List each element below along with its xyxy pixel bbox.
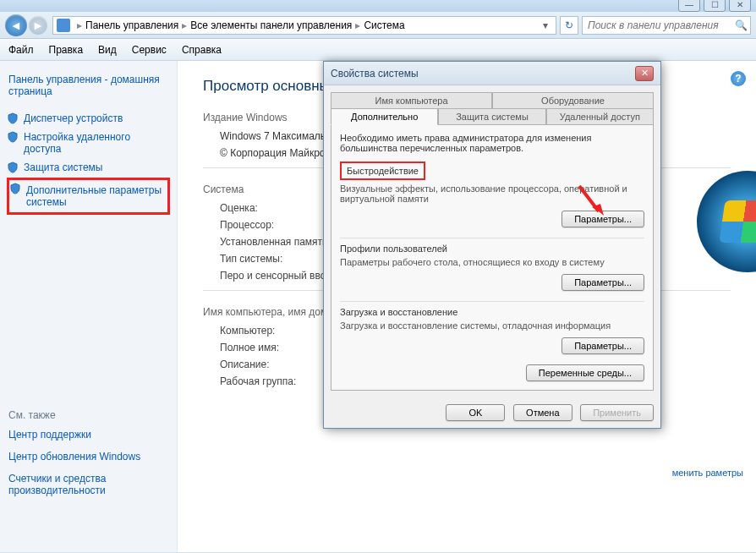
sidebar-home-link[interactable]: Панель управления - домашняя страница [7, 71, 170, 100]
cancel-button[interactable]: Отмена [513, 404, 572, 421]
refresh-button[interactable]: ↻ [560, 16, 578, 35]
sidebar-item-remote[interactable]: Настройка удаленного доступа [7, 129, 170, 157]
tab-computer-name[interactable]: Имя компьютера [331, 92, 492, 109]
search-box[interactable]: 🔍 [582, 16, 751, 35]
seealso-header: См. также [7, 409, 170, 421]
startup-title: Загрузка и восстановление [340, 307, 644, 317]
profiles-params-button[interactable]: Параметры... [562, 274, 644, 291]
sidebar-item-advanced[interactable]: Дополнительные параметры системы [7, 178, 170, 215]
menu-help[interactable]: Справка [182, 44, 222, 56]
performance-group: Быстродействие Визуальные эффекты, испол… [340, 162, 644, 227]
performance-desc: Визуальные эффекты, использование процес… [340, 183, 644, 204]
tab-remote[interactable]: Удаленный доступ [546, 108, 654, 125]
env-vars-button[interactable]: Переменные среды... [526, 364, 644, 381]
breadcrumb[interactable]: ▸ Панель управления ▸ Все элементы панел… [52, 16, 556, 35]
seealso-update[interactable]: Центр обновления Windows [7, 448, 170, 465]
search-icon[interactable]: 🔍 [731, 19, 750, 31]
sidebar: Панель управления - домашняя страница Ди… [0, 61, 178, 552]
dialog-title: Свойства системы [331, 68, 635, 79]
dialog-titlebar[interactable]: Свойства системы ✕ [324, 62, 660, 85]
breadcrumb-item[interactable]: Панель управления [85, 19, 178, 31]
breadcrumb-item[interactable]: Система [364, 19, 404, 31]
shield-icon [7, 162, 19, 173]
tab-hardware[interactable]: Оборудование [492, 92, 654, 109]
menu-edit[interactable]: Правка [49, 44, 84, 56]
window-titlebar: — ☐ ✕ [0, 0, 756, 12]
profiles-title: Профили пользователей [340, 244, 644, 254]
windows-logo [697, 171, 756, 272]
breadcrumb-dropdown[interactable]: ▾ [539, 19, 552, 31]
sidebar-item-protection[interactable]: Защита системы [7, 159, 170, 176]
profiles-desc: Параметры рабочего стола, относящиеся ко… [340, 257, 644, 267]
menu-file[interactable]: Файл [8, 44, 34, 56]
system-properties-dialog: Свойства системы ✕ Имя компьютера Оборуд… [323, 61, 661, 429]
sidebar-item-device-manager[interactable]: Диспетчер устройств [7, 110, 170, 127]
menu-view[interactable]: Вид [98, 44, 117, 56]
performance-params-button[interactable]: Параметры... [562, 211, 644, 227]
navigation-bar: ◄ ► ▸ Панель управления ▸ Все элементы п… [0, 12, 756, 39]
startup-group: Загрузка и восстановление Загрузка и вос… [340, 301, 644, 354]
change-params-link[interactable]: менить раметры [672, 467, 743, 479]
tab-advanced[interactable]: Дополнительно [331, 108, 438, 125]
apply-button[interactable]: Применить [580, 404, 654, 421]
back-button[interactable]: ◄ [5, 14, 27, 36]
search-input[interactable] [583, 19, 731, 31]
startup-params-button[interactable]: Параметры... [562, 337, 644, 354]
seealso-perf[interactable]: Счетчики и средства производительности [7, 470, 170, 499]
shield-icon [7, 131, 19, 143]
shield-icon [7, 112, 19, 124]
profiles-group: Профили пользователей Параметры рабочего… [340, 238, 644, 291]
maximize-button[interactable]: ☐ [704, 0, 726, 12]
startup-desc: Загрузка и восстановление системы, отлад… [340, 320, 644, 331]
forward-button[interactable]: ► [29, 16, 47, 35]
dialog-close-button[interactable]: ✕ [635, 66, 654, 81]
seealso-support[interactable]: Центр поддержки [7, 426, 170, 443]
help-icon[interactable]: ? [731, 71, 746, 86]
menu-bar: Файл Правка Вид Сервис Справка [0, 39, 756, 61]
minimize-button[interactable]: — [678, 0, 700, 12]
menu-tools[interactable]: Сервис [132, 44, 167, 56]
close-button[interactable]: ✕ [729, 0, 751, 12]
shield-icon [9, 183, 21, 194]
control-panel-icon [57, 19, 70, 32]
admin-note: Необходимо иметь права администратора дл… [340, 133, 644, 153]
ok-button[interactable]: OK [446, 404, 505, 421]
performance-title: Быстродействие [340, 162, 425, 180]
tab-protection[interactable]: Защита системы [438, 108, 545, 125]
tab-content: Необходимо иметь права администратора дл… [331, 124, 654, 391]
breadcrumb-item[interactable]: Все элементы панели управления [190, 19, 352, 31]
